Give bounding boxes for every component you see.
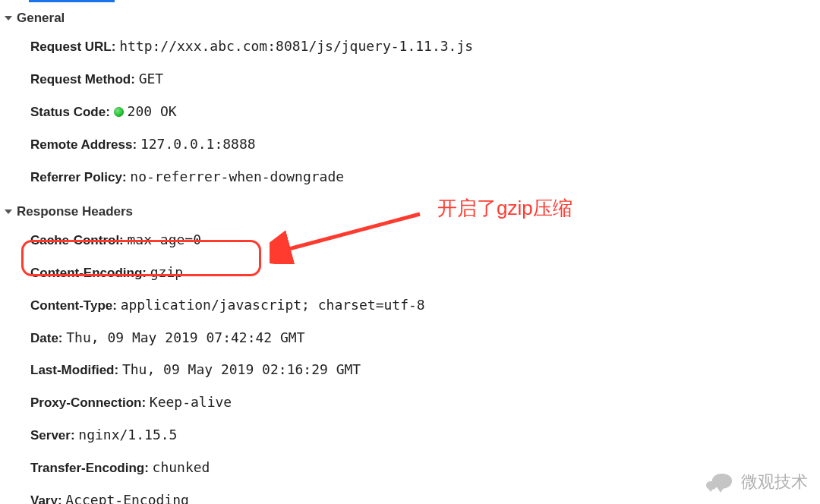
- label-content-type: Content-Type:: [30, 298, 117, 313]
- value-status-code: 200 OK: [128, 103, 177, 119]
- row-transfer-encoding: Transfer-Encoding: chunked: [30, 452, 815, 484]
- row-content-type: Content-Type: application/javascript; ch…: [30, 289, 815, 322]
- value-request-url: http://xxx.abc.com:8081/js/jquery-1.11.3…: [119, 38, 473, 54]
- label-last-modified: Last-Modified:: [30, 363, 118, 377]
- row-content-encoding: Content-Encoding: gzip: [30, 257, 815, 289]
- value-content-type: application/javascript; charset=utf-8: [121, 297, 425, 313]
- chevron-down-icon: [5, 209, 12, 214]
- value-last-modified: Thu, 09 May 2019 02:16:29 GMT: [122, 361, 361, 377]
- label-remote-address: Remote Address:: [30, 137, 137, 152]
- section-title-response-headers: Response Headers: [17, 204, 133, 219]
- section-title-general: General: [17, 11, 65, 26]
- label-referrer-policy: Referrer Policy:: [30, 170, 127, 184]
- headers-panel: General Request URL: http://xxx.abc.com:…: [0, 0, 820, 504]
- label-proxy-connection: Proxy-Connection:: [30, 395, 146, 410]
- row-request-method: Request Method: GET: [30, 63, 815, 96]
- label-date: Date:: [30, 331, 63, 345]
- row-date: Date: Thu, 09 May 2019 07:42:42 GMT: [30, 322, 815, 354]
- row-referrer-policy: Referrer Policy: no-referrer-when-downgr…: [30, 161, 815, 194]
- value-transfer-encoding: chunked: [153, 459, 210, 475]
- section-general: General Request URL: http://xxx.abc.com:…: [5, 8, 815, 194]
- value-request-method: GET: [139, 71, 164, 87]
- section-header-general[interactable]: General: [5, 8, 815, 30]
- row-status-code: Status Code: 200 OK: [30, 96, 815, 128]
- value-vary: Accept-Encoding: [65, 492, 189, 504]
- label-cache-control: Cache-Control:: [30, 233, 124, 247]
- value-proxy-connection: Keep-alive: [150, 394, 232, 410]
- row-proxy-connection: Proxy-Connection: Keep-alive: [30, 386, 815, 419]
- value-server: nginx/1.15.5: [78, 427, 177, 443]
- status-dot-icon: [114, 107, 124, 117]
- row-cache-control: Cache-Control: max-age=0: [30, 224, 815, 257]
- row-server: Server: nginx/1.15.5: [30, 419, 815, 452]
- chevron-down-icon: [5, 16, 12, 20]
- general-rows: Request URL: http://xxx.abc.com:8081/js/…: [5, 30, 815, 194]
- label-vary: Vary:: [30, 493, 62, 504]
- value-content-encoding: gzip: [150, 264, 183, 280]
- row-last-modified: Last-Modified: Thu, 09 May 2019 02:16:29…: [30, 354, 815, 386]
- label-request-url: Request URL:: [30, 39, 115, 54]
- section-response-headers: Response Headers Cache-Control: max-age=…: [5, 201, 815, 504]
- value-referrer-policy: no-referrer-when-downgrade: [130, 169, 344, 184]
- label-status-code: Status Code:: [30, 105, 110, 119]
- response-headers-rows: Cache-Control: max-age=0 Content-Encodin…: [5, 224, 815, 504]
- label-request-method: Request Method:: [30, 72, 135, 87]
- row-vary: Vary: Accept-Encoding: [30, 484, 815, 504]
- value-remote-address: 127.0.0.1:8888: [140, 136, 256, 152]
- row-request-url: Request URL: http://xxx.abc.com:8081/js/…: [30, 30, 815, 63]
- row-remote-address: Remote Address: 127.0.0.1:8888: [30, 128, 815, 161]
- value-date: Thu, 09 May 2019 07:42:42 GMT: [66, 329, 304, 345]
- label-transfer-encoding: Transfer-Encoding:: [30, 461, 149, 475]
- label-server: Server:: [30, 428, 75, 443]
- label-content-encoding: Content-Encoding:: [30, 266, 147, 280]
- section-header-response-headers[interactable]: Response Headers: [5, 201, 815, 224]
- value-cache-control: max-age=0: [128, 232, 202, 247]
